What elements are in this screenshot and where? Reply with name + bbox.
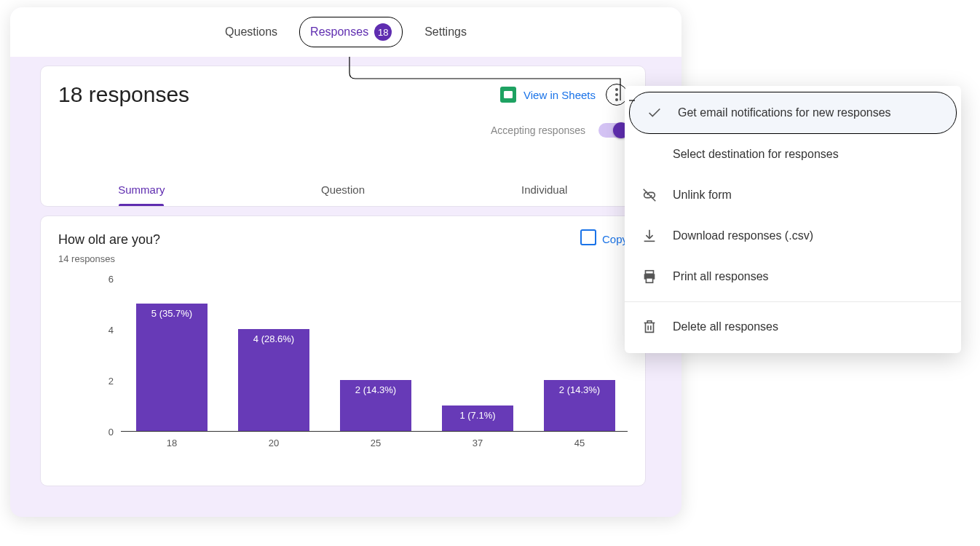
y-tick: 0 bbox=[108, 427, 114, 438]
check-icon bbox=[646, 104, 663, 122]
bar-value-label: 4 (28.6%) bbox=[238, 333, 309, 344]
accepting-responses-toggle[interactable] bbox=[598, 123, 628, 138]
bar-value-label: 2 (14.3%) bbox=[340, 384, 411, 395]
sub-tab-question[interactable]: Question bbox=[242, 183, 444, 206]
menu-unlink-label: Unlink form bbox=[673, 189, 732, 202]
accepting-responses-label: Accepting responses bbox=[491, 124, 585, 136]
chart-title: How old are you? bbox=[58, 232, 160, 248]
menu-print-all[interactable]: Print all responses bbox=[625, 256, 961, 297]
menu-select-destination[interactable]: Select destination for responses bbox=[625, 134, 961, 175]
menu-print-label: Print all responses bbox=[673, 270, 769, 283]
responses-options-menu: Get email notifications for new response… bbox=[625, 86, 961, 353]
chart-bar: 4 (28.6%) bbox=[238, 329, 309, 431]
responses-summary-card: 18 responses View in Sheets Accepting re… bbox=[40, 66, 646, 207]
chart-plot: 5 (35.7%)184 (28.6%)202 (14.3%)251 (7.1%… bbox=[121, 279, 628, 432]
tab-questions[interactable]: Questions bbox=[218, 21, 285, 43]
download-icon bbox=[641, 227, 658, 245]
tab-settings[interactable]: Settings bbox=[417, 21, 474, 43]
copy-icon bbox=[583, 232, 596, 245]
chart-bar: 2 (14.3%) bbox=[340, 380, 411, 431]
tab-responses[interactable]: Responses 18 bbox=[299, 17, 403, 47]
bar-chart: 0246 5 (35.7%)184 (28.6%)202 (14.3%)251 … bbox=[58, 279, 628, 454]
menu-select-destination-label: Select destination for responses bbox=[673, 148, 839, 161]
sheets-icon bbox=[500, 87, 516, 103]
bar-value-label: 1 (7.1%) bbox=[442, 410, 513, 421]
x-tick-label: 18 bbox=[121, 438, 223, 448]
main-tabs: Questions Responses 18 Settings bbox=[10, 7, 681, 57]
menu-divider bbox=[625, 301, 961, 302]
x-tick-label: 37 bbox=[427, 438, 529, 448]
menu-email-notifications[interactable]: Get email notifications for new response… bbox=[629, 92, 957, 134]
menu-delete-all[interactable]: Delete all responses bbox=[625, 306, 961, 347]
chart-bar: 5 (35.7%) bbox=[136, 304, 208, 431]
responses-count-badge: 18 bbox=[374, 23, 392, 41]
chart-bar: 2 (14.3%) bbox=[544, 380, 615, 431]
view-in-sheets-button[interactable]: View in Sheets bbox=[500, 87, 596, 103]
print-icon bbox=[641, 268, 658, 285]
menu-download-label: Download responses (.csv) bbox=[673, 229, 813, 242]
svg-rect-1 bbox=[646, 271, 654, 274]
copy-label: Copy bbox=[602, 233, 628, 245]
menu-delete-label: Delete all responses bbox=[673, 320, 778, 333]
menu-download-csv[interactable]: Download responses (.csv) bbox=[625, 215, 961, 256]
chart-bar: 1 (7.1%) bbox=[442, 405, 513, 431]
y-tick: 4 bbox=[108, 325, 114, 336]
svg-line-0 bbox=[644, 189, 656, 202]
unlink-icon bbox=[641, 186, 658, 204]
menu-unlink-form[interactable]: Unlink form bbox=[625, 175, 961, 215]
sub-tab-summary[interactable]: Summary bbox=[41, 183, 242, 206]
x-tick-label: 20 bbox=[223, 438, 325, 448]
copy-chart-button[interactable]: Copy bbox=[583, 232, 628, 245]
bar-value-label: 2 (14.3%) bbox=[544, 384, 615, 395]
blank-icon bbox=[641, 146, 658, 163]
responses-sub-tabs: Summary Question Individual bbox=[41, 165, 645, 206]
tab-responses-label: Responses bbox=[310, 25, 368, 39]
svg-rect-3 bbox=[646, 278, 652, 282]
view-in-sheets-label: View in Sheets bbox=[523, 89, 596, 101]
x-tick-label: 45 bbox=[529, 438, 631, 448]
y-tick: 6 bbox=[108, 274, 114, 285]
bar-value-label: 5 (35.7%) bbox=[136, 308, 208, 319]
question-chart-card: How old are you? 14 responses Copy 0246 … bbox=[40, 215, 646, 486]
trash-icon bbox=[641, 318, 658, 336]
responses-title: 18 responses bbox=[58, 82, 189, 107]
y-axis: 0246 bbox=[84, 279, 114, 432]
y-tick: 2 bbox=[108, 376, 114, 387]
x-tick-label: 25 bbox=[325, 438, 427, 448]
sub-tab-individual[interactable]: Individual bbox=[443, 183, 645, 206]
menu-email-notifications-label: Get email notifications for new response… bbox=[678, 106, 891, 119]
chart-subtitle: 14 responses bbox=[58, 253, 160, 264]
